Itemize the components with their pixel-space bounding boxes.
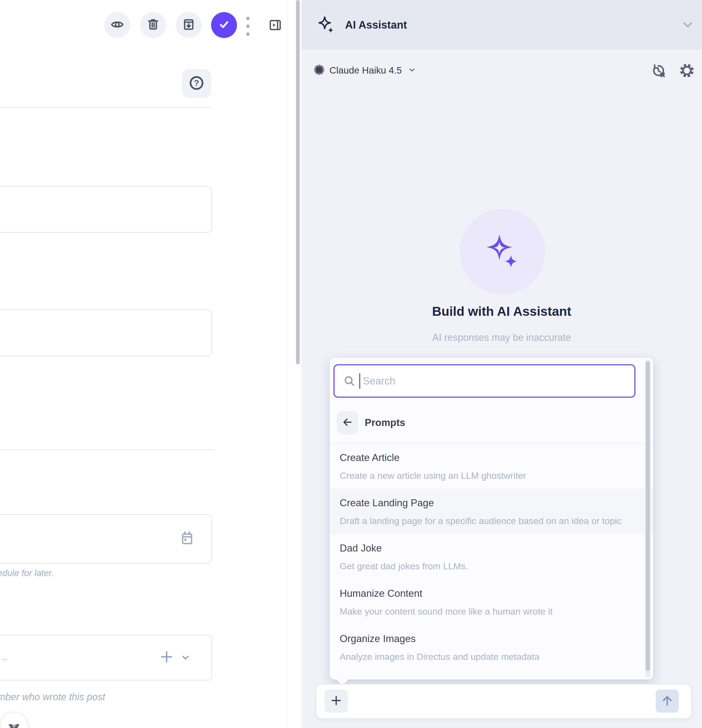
ai-assistant-panel: AI Assistant Claude Haiku 4.5 (301, 0, 702, 728)
send-button[interactable] (656, 689, 679, 713)
back-button[interactable] (337, 411, 358, 434)
prompt-title: Organize Images (340, 633, 637, 645)
trash-icon (146, 17, 160, 33)
panel-title: AI Assistant (345, 0, 407, 49)
search-icon (343, 375, 356, 387)
prompt-description: Create a new article using an LLM ghostw… (340, 469, 623, 482)
sparkles-icon (485, 233, 520, 270)
palette-scrollbar[interactable] (646, 361, 650, 671)
sparkles-icon (318, 16, 335, 36)
history-clear-icon (651, 74, 666, 79)
schedule-note: edule for later. (0, 568, 54, 578)
chevron-down-icon[interactable] (682, 19, 694, 32)
section-divider (0, 107, 211, 108)
prompt-item[interactable]: Create Article Create a new article usin… (330, 444, 653, 489)
vue-logo (8, 724, 20, 728)
delete-button[interactable] (140, 12, 166, 38)
prompt-title: Create Landing Page (340, 497, 637, 509)
prompt-title: Humanize Content (340, 588, 637, 599)
toggle-sidebar-button[interactable] (269, 18, 282, 33)
chevron-down-icon[interactable] (180, 652, 191, 664)
svg-text:?: ? (194, 78, 199, 88)
text-input[interactable] (0, 186, 212, 233)
prompt-title: Dad Joke (340, 542, 637, 554)
dots-vertical-icon (246, 17, 250, 36)
section-divider (0, 449, 214, 450)
help-button[interactable]: ? (182, 69, 211, 98)
message-composer[interactable] (316, 684, 692, 719)
editor-scrollbar[interactable] (296, 0, 300, 364)
prompt-description: Draft a landing page for a specific audi… (340, 514, 623, 527)
dock-right-icon (269, 28, 282, 33)
prompt-item[interactable]: Dad Joke Get great dad jokes from LLMs. (330, 534, 653, 579)
author-value: .. (2, 651, 7, 663)
circled-question-icon: ? (188, 75, 205, 92)
model-label: Claude Haiku 4.5 (329, 65, 402, 76)
plus-icon (330, 694, 343, 708)
publish-date-input[interactable] (0, 514, 212, 564)
archive-icon (182, 17, 196, 33)
prompt-description: Make your content sound more like a huma… (340, 605, 623, 618)
ai-assistant-header[interactable]: AI Assistant (301, 0, 702, 49)
model-selector[interactable]: Claude Haiku 4.5 (313, 61, 416, 79)
ai-hero-badge (460, 209, 546, 295)
anthropic-asterisk-icon (313, 64, 325, 77)
more-options-button[interactable] (246, 17, 250, 36)
eye-icon (110, 17, 124, 33)
editor-pane: ? edule for later. .. (0, 0, 296, 728)
arrow-up-icon (660, 693, 674, 709)
pane-divider (287, 0, 288, 728)
prompt-description: Analyze images in Directus and update me… (340, 650, 623, 663)
attach-button[interactable] (324, 689, 348, 713)
page: ? edule for later. .. (0, 0, 702, 728)
check-icon (217, 17, 231, 33)
palette-header: Prompts (330, 405, 653, 443)
chevron-down-icon (408, 66, 416, 75)
palette-section-label: Prompts (365, 405, 405, 440)
settings-button[interactable] (679, 63, 695, 79)
prompt-palette: Search Prompts Create Article Create a n… (330, 358, 653, 679)
calendar-icon[interactable] (180, 531, 194, 547)
arrow-left-icon (342, 416, 353, 429)
prompt-description: Get great dad jokes from LLMs. (340, 560, 623, 572)
hero-subheading: AI responses may be inaccurate (301, 332, 702, 343)
add-item-icon[interactable] (159, 649, 174, 666)
save-button[interactable] (211, 12, 237, 38)
prompt-list: Create Article Create a new article usin… (330, 444, 653, 670)
author-input[interactable]: .. (0, 635, 212, 680)
vue-devtools-badge[interactable] (0, 713, 28, 728)
hero-heading: Build with AI Assistant (301, 304, 702, 319)
prompt-item[interactable]: Organize Images Analyze images in Direct… (330, 625, 653, 670)
text-input[interactable] (0, 309, 212, 356)
settings-gear-icon (679, 74, 695, 79)
clear-history-button[interactable] (651, 63, 666, 79)
text-caret (359, 373, 360, 389)
search-placeholder: Search (363, 375, 395, 387)
search-input[interactable]: Search (333, 364, 635, 398)
prompt-title: Create Article (340, 452, 637, 464)
prompt-item[interactable]: Humanize Content Make your content sound… (330, 579, 653, 625)
prompt-item[interactable]: Create Landing Page Draft a landing page… (330, 489, 653, 534)
author-note: mber who wrote this post (0, 691, 105, 703)
preview-button[interactable] (104, 12, 130, 38)
archive-button[interactable] (176, 12, 202, 38)
